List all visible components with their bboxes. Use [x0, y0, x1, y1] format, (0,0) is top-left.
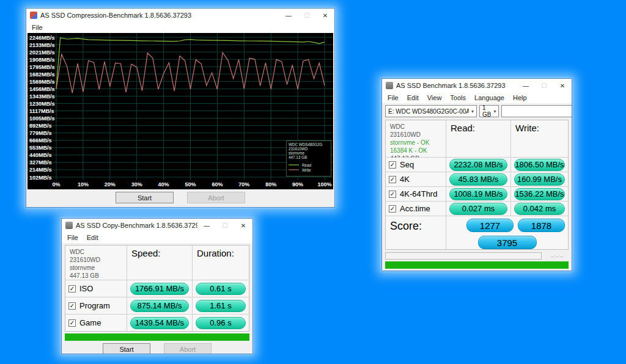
maximize-button[interactable]: ☐: [216, 219, 234, 232]
menu-edit[interactable]: Edit: [403, 94, 423, 101]
total-score-value: 3795: [478, 236, 537, 249]
button-row: Start Abort: [26, 189, 334, 207]
checkbox-seq[interactable]: ✓: [389, 161, 396, 169]
svg-text:2246MB/s: 2246MB/s: [29, 35, 55, 41]
abort-button[interactable]: Abort: [495, 271, 553, 271]
close-button[interactable]: ✕: [234, 219, 252, 232]
menubar: File: [26, 22, 334, 33]
row-label-4k64thrd: ✓ 4K-64Thrd: [386, 187, 446, 201]
menu-view[interactable]: View: [423, 94, 446, 101]
program-duration-value: 1.61 s: [196, 300, 246, 312]
minimize-button[interactable]: —: [517, 79, 535, 92]
maximize-button[interactable]: ☐: [535, 79, 553, 92]
menu-help[interactable]: Help: [509, 94, 531, 101]
checkbox-game[interactable]: ✓: [68, 319, 76, 327]
desktop: { "colors": { "desktop": "#0089fb", "tea…: [0, 0, 626, 364]
titlebar[interactable]: AS SSD Compression-Benchmark 1.8.5636.37…: [26, 9, 334, 22]
row-label-4k: ✓ 4K: [386, 172, 446, 186]
device-driver-status: stornvme - OK: [390, 139, 441, 147]
app-icon: [30, 12, 37, 19]
close-button[interactable]: ✕: [553, 79, 572, 92]
device-serial: 231610WD: [70, 256, 122, 264]
menu-edit[interactable]: Edit: [83, 234, 103, 241]
checkbox-acctime[interactable]: ✓: [389, 205, 396, 213]
row-label-seq: ✓ Seq: [386, 158, 446, 172]
device-driver: stornvme: [70, 264, 122, 272]
svg-text:2021MB/s: 2021MB/s: [29, 49, 55, 56]
progress-bar: [65, 333, 249, 341]
window-title: AS SSD Benchmark 1.8.5636.37293: [396, 82, 517, 89]
minimize-button[interactable]: —: [279, 9, 298, 22]
device-capacity: 447.13 GB: [70, 272, 122, 280]
misc-text-input[interactable]: [501, 105, 572, 117]
score-label: Score:: [386, 216, 446, 249]
svg-text:20%: 20%: [105, 181, 116, 187]
read-column-header: Read:: [446, 120, 510, 157]
menu-language[interactable]: Language: [470, 94, 509, 101]
seq-read-value: 2232.08 MB/s: [449, 159, 507, 171]
compression-benchmark-window: AS SSD Compression-Benchmark 1.8.5636.37…: [26, 8, 335, 208]
svg-text:102MB/s: 102MB/s: [29, 175, 52, 181]
row-label-game: ✓ Game: [65, 315, 127, 331]
menubar: File Edit: [62, 232, 252, 243]
svg-text:892MB/s: 892MB/s: [29, 123, 52, 129]
menu-file[interactable]: File: [63, 234, 83, 241]
compression-chart-svg: 0%10%20%30%40%50%60%70%80%90%100%2246MB/…: [28, 33, 333, 189]
checkbox-4k[interactable]: ✓: [389, 176, 396, 183]
checkbox-iso[interactable]: ✓: [68, 285, 76, 293]
svg-text:1343MB/s: 1343MB/s: [29, 93, 55, 100]
copy-results-table: WDC 231610WD stornvme 447.13 GB Speed: D…: [65, 245, 249, 332]
drive-select[interactable]: E: WDC WDS480G2G0C-00AJM0 ▾: [385, 105, 477, 117]
button-row: Start Abort: [62, 341, 252, 354]
device-vendor: WDC: [70, 248, 122, 256]
progress-bar-fill: [385, 261, 569, 269]
4k64thrd-read-value: 1008.19 MB/s: [449, 188, 507, 200]
4k64thrd-write-value: 1536.22 MB/s: [514, 188, 565, 200]
close-button[interactable]: ✕: [316, 9, 334, 22]
row-label-acctime: ✓ Acc.time: [386, 202, 446, 216]
svg-text:1569MB/s: 1569MB/s: [29, 79, 55, 85]
svg-text:666MB/s: 666MB/s: [29, 137, 52, 144]
read-score-value: 1277: [466, 219, 514, 232]
svg-text:214MB/s: 214MB/s: [29, 167, 52, 173]
iso-duration-value: 0.61 s: [196, 283, 246, 295]
abort-button[interactable]: Abort: [187, 192, 245, 203]
seq-write-value: 1806.50 MB/s: [514, 159, 565, 171]
start-button[interactable]: Start: [103, 343, 150, 354]
titlebar[interactable]: AS SSD Benchmark 1.8.5636.37293 — ☐ ✕: [382, 79, 572, 92]
test-size-select[interactable]: 1 GB ▾: [479, 105, 499, 117]
write-score-value: 1878: [518, 219, 565, 232]
4k-write-value: 160.99 MB/s: [514, 173, 565, 186]
titlebar[interactable]: AS SSD Copy-Benchmark 1.8.5636.37293 — ☐…: [62, 219, 252, 232]
checkbox-program[interactable]: ✓: [68, 302, 76, 310]
svg-text:1005MB/s: 1005MB/s: [29, 115, 55, 122]
svg-text:10%: 10%: [78, 181, 89, 187]
svg-text:1456MB/s: 1456MB/s: [29, 86, 55, 92]
minimize-button[interactable]: —: [197, 219, 216, 232]
start-button[interactable]: Start: [400, 271, 462, 271]
svg-text:440MB/s: 440MB/s: [29, 152, 52, 158]
svg-text:231610WD: 231610WD: [289, 147, 308, 151]
menu-tools[interactable]: Tools: [446, 94, 470, 101]
acctime-read-value: 0.027 ms: [449, 203, 507, 215]
menu-file[interactable]: File: [383, 94, 403, 101]
device-vendor: WDC: [390, 123, 441, 131]
menu-file[interactable]: File: [28, 24, 47, 31]
svg-text:70%: 70%: [238, 181, 249, 187]
device-info: WDC 231610WD stornvme 447.13 GB: [65, 246, 127, 280]
copy-benchmark-window: AS SSD Copy-Benchmark 1.8.5636.37293 — ☐…: [61, 218, 253, 354]
svg-text:60%: 60%: [212, 181, 223, 187]
app-icon: [65, 222, 73, 229]
start-button[interactable]: Start: [116, 192, 174, 203]
score-values: 1277 1878 3795: [446, 216, 568, 249]
checkbox-4k64thrd[interactable]: ✓: [389, 191, 396, 198]
device-alignment-status: 16384 K - OK: [390, 147, 441, 155]
window-title: AS SSD Compression-Benchmark 1.8.5636.37…: [40, 12, 279, 19]
svg-text:50%: 50%: [185, 181, 196, 187]
abort-button[interactable]: Abort: [164, 343, 212, 354]
svg-text:1117MB/s: 1117MB/s: [29, 108, 54, 114]
progress-bar-fill: [65, 333, 249, 341]
maximize-button[interactable]: ☐: [298, 9, 316, 22]
as-ssd-benchmark-window: AS SSD Benchmark 1.8.5636.37293 — ☐ ✕ Fi…: [381, 78, 572, 271]
svg-text:1908MB/s: 1908MB/s: [29, 57, 55, 63]
